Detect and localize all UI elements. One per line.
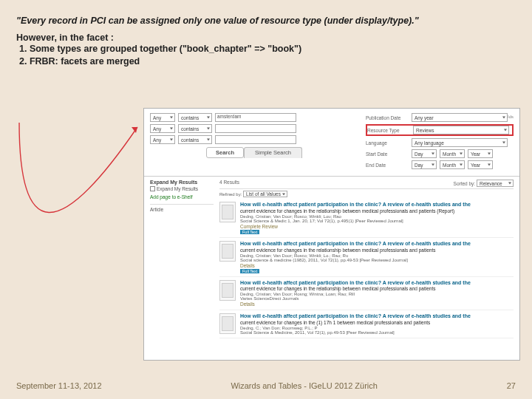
result-cat: Details <box>240 263 514 268</box>
day-dd[interactable]: Day <box>412 160 437 169</box>
refined-dd[interactable]: List of all Values <box>243 191 287 197</box>
pubdate-dd[interactable]: Any year <box>412 113 508 122</box>
result-item: How will e-health affect patient partici… <box>219 310 514 338</box>
facet-article[interactable]: Article <box>150 204 214 212</box>
term-input[interactable]: amsterdam <box>215 113 296 122</box>
field-dd[interactable]: Any <box>150 113 175 122</box>
year-dd[interactable]: Year <box>468 160 493 169</box>
fulltext-badge[interactable]: Full Text <box>240 269 259 273</box>
resource-type-highlight: Resource TypeReviews <box>366 124 514 136</box>
thumb-icon <box>219 202 236 222</box>
result-sub: current evidence for changes in the rela… <box>240 286 514 291</box>
result-item: How will e-health affect patient partici… <box>219 238 514 277</box>
result-src: Social Science & Medicine, 2011, Vol 72(… <box>240 330 514 335</box>
restype-label: Resource Type <box>367 128 410 133</box>
search-row-3: Any contains <box>150 135 360 144</box>
result-cat: Complete Review <box>240 224 514 229</box>
result-title[interactable]: How will e-health affect patient partici… <box>240 313 514 319</box>
refined-by: Refined by: <box>219 192 242 197</box>
result-sub: current evidence for changes in the rela… <box>240 208 514 214</box>
year-dd[interactable]: Year <box>468 149 493 158</box>
results-count: 4 Results <box>219 180 239 187</box>
lang-dd[interactable]: Any language <box>412 138 508 147</box>
result-src: Social Science & Medic 1, Jan. 20, 17; V… <box>240 219 514 223</box>
month-dd[interactable]: Month <box>440 149 465 158</box>
search-row-2: Any contains <box>150 124 360 133</box>
pubdate-label: Publication Date <box>366 115 409 120</box>
search-row-1: Any contains amsterdam <box>150 113 360 122</box>
thumb-icon <box>219 313 236 334</box>
lang-label: Language <box>366 140 409 146</box>
end-label: End Date <box>366 163 409 168</box>
field-dd[interactable]: Any <box>150 135 175 144</box>
op-dd[interactable]: contains <box>178 124 212 133</box>
thumb-icon <box>219 241 236 262</box>
thumb-icon <box>219 280 236 301</box>
list-item-1: 1. Some types are grouped together ("boo… <box>19 43 516 55</box>
term-input[interactable] <box>215 124 296 133</box>
add-page-link[interactable]: Add page to e-Shelf <box>150 194 214 200</box>
day-dd[interactable]: Day <box>412 149 437 158</box>
result-sub: current evidence for changes in the rela… <box>240 248 514 253</box>
facet-header: Expand My Results <box>150 180 214 185</box>
sort-dd[interactable]: Relevance <box>477 180 514 187</box>
result-src: Social science & medicine (1982), 2011, … <box>240 258 514 262</box>
footer-page: 27 <box>507 381 516 390</box>
result-cat: Details <box>240 301 514 307</box>
expand-cb[interactable]: Expand My Results <box>150 186 214 191</box>
term-input[interactable] <box>215 135 296 144</box>
start-label: Start Date <box>366 151 409 157</box>
fulltext-badge[interactable]: Full Text <box>240 230 259 234</box>
result-src: Varies ScienceDirect Journals <box>240 296 514 301</box>
field-dd[interactable]: Any <box>150 124 175 133</box>
result-title[interactable]: How will e-health affect patient partici… <box>240 280 514 286</box>
simple-search-tab[interactable]: Simple Search <box>244 147 302 158</box>
result-title[interactable]: How will e-health affect patient partici… <box>240 241 514 247</box>
restype-dd[interactable]: Reviews <box>413 126 509 134</box>
result-title[interactable]: How will e-health affect patient partici… <box>240 202 514 208</box>
screenshot-region: reset all fields Any contains amsterdam … <box>143 108 520 361</box>
search-button[interactable]: Search <box>206 147 244 158</box>
op-dd[interactable]: contains <box>178 135 212 144</box>
result-item: How will e-health affect patient partici… <box>219 277 514 311</box>
however-line: However, in the facet : <box>16 33 516 43</box>
month-dd[interactable]: Month <box>440 160 465 169</box>
list-item-2: 2. FRBR: facets are merged <box>19 55 516 67</box>
result-sub: current evidence for changes in the (1) … <box>240 320 514 325</box>
pci-quote: "Every record in PCI can be assigned onl… <box>16 15 516 27</box>
arrow-annotation <box>12 108 146 330</box>
result-item: How will e-health affect patient partici… <box>219 199 514 238</box>
footer-date: September 11-13, 2012 <box>16 381 102 390</box>
sorted-by: Sorted by: <box>454 181 476 186</box>
footer-title: Wizards and Tables - IGeLU 2012 Zürich <box>231 381 378 390</box>
op-dd[interactable]: contains <box>178 113 212 122</box>
